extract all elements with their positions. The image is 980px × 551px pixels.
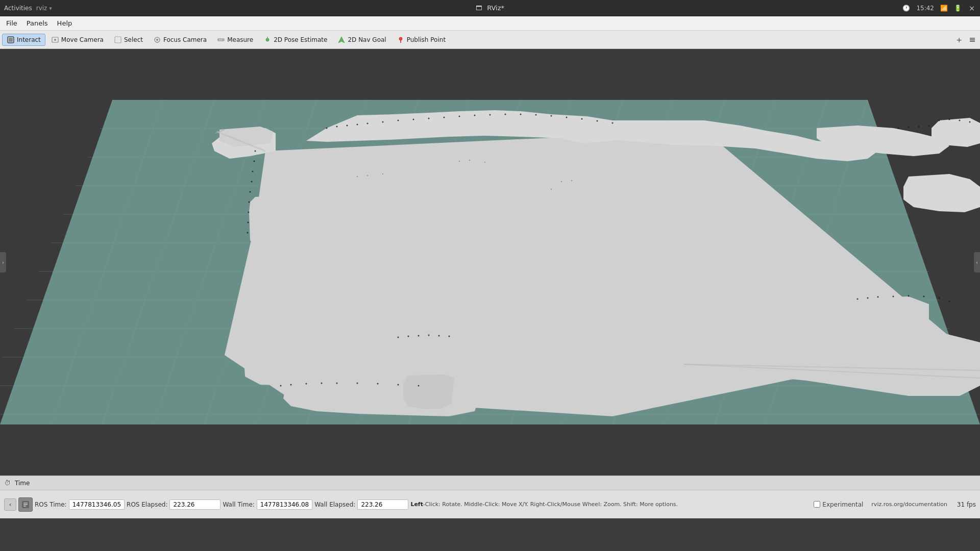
svg-point-88 <box>566 117 568 118</box>
time-display: 15:42 <box>916 5 934 12</box>
svg-point-93 <box>254 161 255 162</box>
svg-point-118 <box>398 337 399 338</box>
nav-icon <box>337 36 346 44</box>
svg-point-125 <box>949 119 950 120</box>
svg-point-104 <box>321 383 323 384</box>
svg-point-105 <box>336 383 338 384</box>
svg-point-84 <box>505 114 506 115</box>
wall-time-value: 1477813346.08 <box>257 499 312 510</box>
menu-file[interactable]: File <box>2 18 21 29</box>
interact-label: Interact <box>17 36 41 43</box>
svg-point-130 <box>918 126 920 128</box>
svg-marker-64 <box>244 337 314 386</box>
svg-point-71 <box>326 128 328 129</box>
svg-point-19 <box>399 37 402 40</box>
info-bar: ‹ ROS Time: 1477813346.05 ROS Elapsed: 2… <box>0 490 980 518</box>
svg-point-129 <box>908 127 910 128</box>
tool-interact[interactable]: Interact <box>2 34 45 46</box>
menu-help[interactable]: Help <box>53 18 77 29</box>
svg-point-99 <box>248 222 249 223</box>
svg-point-140 <box>469 160 470 161</box>
svg-point-79 <box>428 118 430 119</box>
svg-point-143 <box>571 180 572 181</box>
app-name: rviz ▾ <box>36 5 52 12</box>
tool-publish-point[interactable]: Publish Point <box>392 34 450 46</box>
svg-point-78 <box>413 119 414 120</box>
viewport[interactable]: › ‹ <box>0 49 980 475</box>
svg-point-107 <box>377 383 379 385</box>
svg-marker-18 <box>338 37 345 43</box>
left-chevron-icon: › <box>2 260 4 265</box>
svg-point-101 <box>280 385 282 387</box>
right-panel-toggle[interactable]: ‹ <box>974 252 980 272</box>
network-icon: 📶 <box>940 5 948 12</box>
pin-icon <box>397 36 405 44</box>
svg-point-109 <box>418 385 420 387</box>
titlebar-right: 🕐 15:42 📶 🔋 × <box>902 4 976 12</box>
experimental-label: Experimental <box>822 501 863 508</box>
svg-point-75 <box>367 123 369 124</box>
svg-point-83 <box>489 114 491 116</box>
menubar: File Panels Help <box>0 16 980 31</box>
svg-point-98 <box>248 212 250 213</box>
ros-time-label: ROS Time: <box>35 501 67 508</box>
ros-elapsed-label: ROS Elapsed: <box>127 501 167 508</box>
menu-panels[interactable]: Panels <box>22 18 52 29</box>
tool-select[interactable]: Select <box>109 34 148 46</box>
prev-button[interactable]: ‹ <box>4 498 16 511</box>
svg-point-87 <box>551 115 552 117</box>
left-panel-toggle[interactable]: › <box>0 252 6 272</box>
svg-point-126 <box>959 120 961 121</box>
svg-point-144 <box>551 189 552 190</box>
svg-point-141 <box>484 162 485 163</box>
svg-marker-63 <box>260 294 322 331</box>
wall-elapsed-value: 223.26 <box>357 499 408 510</box>
svg-point-110 <box>857 298 859 300</box>
svg-marker-62 <box>258 253 319 295</box>
tool-move-camera[interactable]: Move Camera <box>46 34 108 46</box>
time-icon: ⏱ <box>4 479 11 487</box>
svg-point-102 <box>290 384 292 386</box>
tool-2d-pose[interactable]: 2D Pose Estimate <box>259 34 332 46</box>
svg-marker-66 <box>403 374 454 409</box>
experimental-checkbox[interactable]: Experimental <box>814 501 863 508</box>
right-chevron-icon: ‹ <box>976 260 978 265</box>
experimental-input[interactable] <box>814 501 820 508</box>
config-button[interactable] <box>967 34 978 45</box>
svg-point-16 <box>266 38 269 41</box>
svg-marker-60 <box>932 118 980 147</box>
svg-point-115 <box>923 296 925 297</box>
close-button[interactable]: × <box>968 4 976 12</box>
toolbar-right: + <box>953 34 978 45</box>
tool-2d-nav[interactable]: 2D Nav Goal <box>333 34 390 46</box>
svg-point-113 <box>893 296 894 297</box>
add-tool-button[interactable]: + <box>953 34 965 45</box>
svg-point-123 <box>449 336 450 337</box>
svg-point-128 <box>898 128 899 129</box>
svg-point-138 <box>382 173 383 174</box>
svg-point-73 <box>347 125 348 127</box>
activities-label[interactable]: Activities <box>4 5 32 12</box>
wall-time-field: Wall Time: 1477813346.08 <box>223 499 312 510</box>
svg-point-100 <box>247 232 249 234</box>
publish-point-label: Publish Point <box>407 36 446 43</box>
svg-marker-68 <box>600 260 669 313</box>
svg-point-81 <box>459 116 460 117</box>
svg-point-122 <box>438 335 440 337</box>
wall-elapsed-field: Wall Elapsed: 223.26 <box>314 499 408 510</box>
log-icon[interactable] <box>18 497 33 512</box>
window-icon: 🗖 <box>476 5 482 12</box>
tool-focus-camera[interactable]: Focus Camera <box>149 34 211 46</box>
svg-point-127 <box>969 121 971 123</box>
svg-point-106 <box>357 383 358 384</box>
left-click-label: Left <box>410 501 423 508</box>
nav-label: 2D Nav Goal <box>348 36 386 43</box>
svg-point-137 <box>367 175 368 176</box>
measure-icon <box>217 36 225 44</box>
tool-measure[interactable]: Measure <box>212 34 258 46</box>
svg-point-6 <box>156 39 158 41</box>
svg-point-89 <box>581 118 583 120</box>
select-label: Select <box>124 36 143 43</box>
wall-elapsed-label: Wall Elapsed: <box>314 501 355 508</box>
svg-point-120 <box>418 335 420 337</box>
